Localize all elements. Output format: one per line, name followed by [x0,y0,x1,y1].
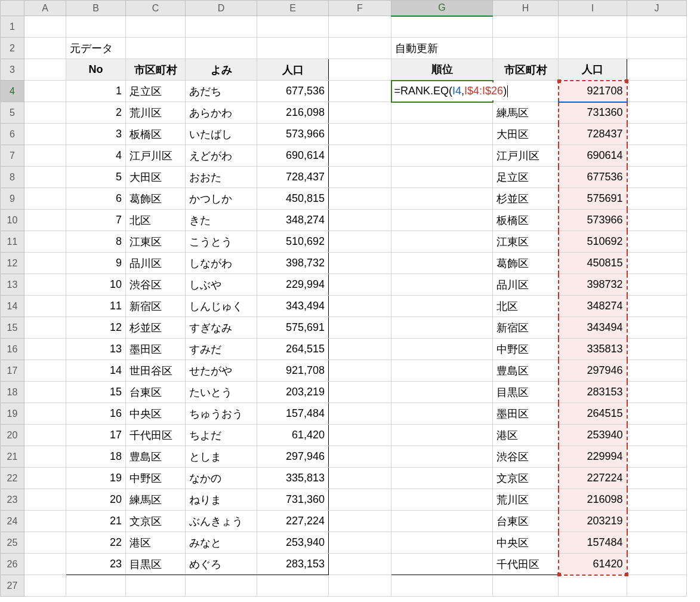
column-header-A[interactable]: A [24,1,66,16]
cell-E7[interactable]: 690,614 [257,145,329,167]
cell-I15[interactable]: 343494 [559,317,627,339]
column-header-E[interactable]: E [257,1,329,16]
cell-H17[interactable]: 豊島区 [493,360,559,382]
cell-G27[interactable] [391,575,493,597]
cell-E24[interactable]: 227,224 [257,511,329,532]
cell-C27[interactable] [126,575,186,597]
cell-E16[interactable]: 264,515 [257,339,329,360]
cell-F21[interactable] [329,446,391,468]
active-formula-cell[interactable]: =RANK.EQ(I4,I$4:I$26) [391,81,493,102]
cell-A25[interactable] [24,532,66,554]
cell-G26[interactable] [391,554,493,575]
cell-E1[interactable] [257,16,329,38]
cell-F16[interactable] [329,339,391,360]
cell-E15[interactable]: 575,691 [257,317,329,339]
cell-G9[interactable] [391,188,493,210]
cell-D16[interactable]: すみだ [186,339,257,360]
cell-E25[interactable]: 253,940 [257,532,329,554]
cell-G7[interactable] [391,145,493,167]
cell-G8[interactable] [391,167,493,188]
cell-G17[interactable] [391,360,493,382]
cell-E23[interactable]: 731,360 [257,489,329,511]
cell-I21[interactable]: 229994 [559,446,627,468]
cell-C17[interactable]: 世田谷区 [126,360,186,382]
row-header-22[interactable]: 22 [1,468,24,489]
column-header-J[interactable]: J [627,1,687,16]
cell-I12[interactable]: 450815 [559,253,627,274]
cell-H26[interactable]: 千代田区 [493,554,559,575]
cell-H14[interactable]: 北区 [493,296,559,317]
cell-I19[interactable]: 264515 [559,403,627,425]
cell-I13[interactable]: 398732 [559,274,627,296]
cell-E20[interactable]: 61,420 [257,425,329,446]
cell-I11[interactable]: 510692 [559,231,627,253]
cell-B17[interactable]: 14 [66,360,126,382]
cell-E27[interactable] [257,575,329,597]
cell-C1[interactable] [126,16,186,38]
cell-I17[interactable]: 297946 [559,360,627,382]
cell-A27[interactable] [24,575,66,597]
cell-B18[interactable]: 15 [66,382,126,403]
cell-H5[interactable]: 練馬区 [493,102,559,124]
cell-E12[interactable]: 398,732 [257,253,329,274]
cell-I5[interactable]: 731360 [559,102,627,124]
cell-F25[interactable] [329,532,391,554]
cell-D17[interactable]: せたがや [186,360,257,382]
cell-A8[interactable] [24,167,66,188]
cell-J6[interactable] [627,124,687,145]
cell-H3[interactable]: 市区町村 [493,59,559,81]
cell-H22[interactable]: 文京区 [493,468,559,489]
row-header-12[interactable]: 12 [1,253,24,274]
cell-C23[interactable]: 練馬区 [126,489,186,511]
cell-D14[interactable]: しんじゅく [186,296,257,317]
cell-B9[interactable]: 6 [66,188,126,210]
cell-E9[interactable]: 450,815 [257,188,329,210]
cell-J15[interactable] [627,317,687,339]
row-header-1[interactable]: 1 [1,16,24,38]
cell-I27[interactable] [559,575,627,597]
cell-F20[interactable] [329,425,391,446]
cell-F8[interactable] [329,167,391,188]
cell-D13[interactable]: しぶや [186,274,257,296]
cell-I9[interactable]: 575691 [559,188,627,210]
cell-G3[interactable]: 順位 [391,59,493,81]
row-header-6[interactable]: 6 [1,124,24,145]
cell-F9[interactable] [329,188,391,210]
cell-E11[interactable]: 510,692 [257,231,329,253]
cell-E19[interactable]: 157,484 [257,403,329,425]
row-header-24[interactable]: 24 [1,511,24,532]
cell-B15[interactable]: 12 [66,317,126,339]
cell-H2[interactable] [493,38,559,59]
cell-G22[interactable] [391,468,493,489]
cell-J19[interactable] [627,403,687,425]
cell-C14[interactable]: 新宿区 [126,296,186,317]
cell-A17[interactable] [24,360,66,382]
spreadsheet-grid[interactable]: ABCDEFGHIJ12元データ自動更新3No市区町村よみ人口順位市区町村人口4… [0,0,687,597]
cell-D21[interactable]: としま [186,446,257,468]
cell-J4[interactable] [627,81,687,102]
cell-F15[interactable] [329,317,391,339]
cell-H13[interactable]: 品川区 [493,274,559,296]
cell-F24[interactable] [329,511,391,532]
cell-A4[interactable] [24,81,66,102]
cell-C10[interactable]: 北区 [126,210,186,231]
row-header-3[interactable]: 3 [1,59,24,81]
cell-B7[interactable]: 4 [66,145,126,167]
cell-B27[interactable] [66,575,126,597]
cell-C15[interactable]: 杉並区 [126,317,186,339]
cell-C20[interactable]: 千代田区 [126,425,186,446]
cell-E4[interactable]: 677,536 [257,81,329,102]
cell-J23[interactable] [627,489,687,511]
cell-I14[interactable]: 348274 [559,296,627,317]
cell-G5[interactable] [391,102,493,124]
cell-I1[interactable] [559,16,627,38]
cell-B26[interactable]: 23 [66,554,126,575]
cell-J25[interactable] [627,532,687,554]
cell-A11[interactable] [24,231,66,253]
row-header-11[interactable]: 11 [1,231,24,253]
cell-D26[interactable]: めぐろ [186,554,257,575]
column-header-C[interactable]: C [126,1,186,16]
cell-F17[interactable] [329,360,391,382]
formula-editor[interactable]: =RANK.EQ(I4,I$4:I$26) [393,82,510,100]
cell-A13[interactable] [24,274,66,296]
